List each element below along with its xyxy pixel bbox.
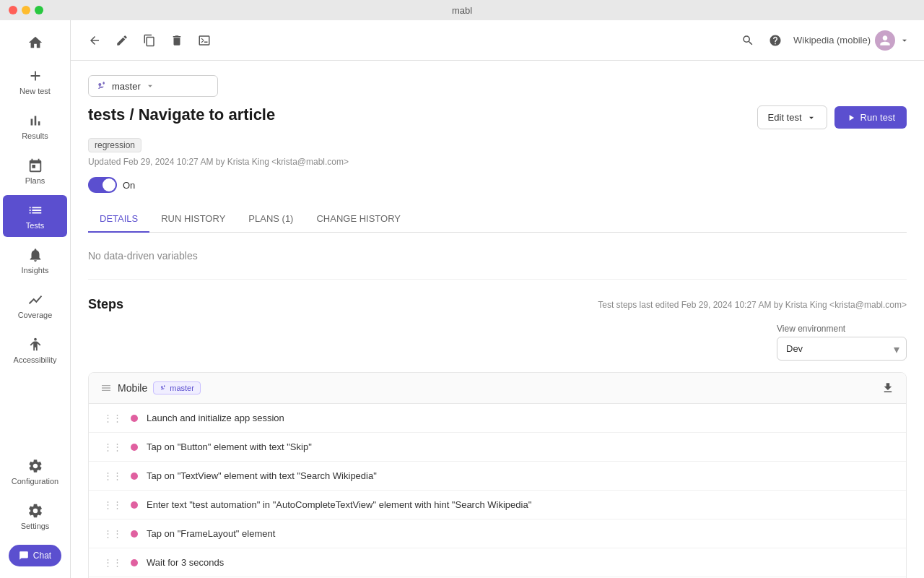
sidebar-item-tests[interactable]: Tests (3, 195, 67, 237)
sidebar-item-label-configuration: Configuration (12, 477, 58, 486)
step-text-5: Tap on "FrameLayout" element (147, 528, 892, 539)
step-dot-4 (131, 501, 138, 509)
steps-group-header: Mobile master (89, 373, 906, 404)
step-dot-3 (131, 473, 138, 480)
calendar-icon (27, 158, 43, 173)
step-row: ⋮⋮ Tap on "Button" element with text "Sk… (89, 433, 906, 462)
drag-icon-6[interactable]: ⋮⋮ (103, 557, 122, 568)
step-text-4: Enter text "test automation" in "AutoCom… (147, 499, 892, 510)
header-actions: Edit test Run test (757, 105, 907, 129)
search-button[interactable] (738, 31, 757, 50)
run-test-button[interactable]: Run test (834, 106, 907, 129)
no-data-message: No data-driven variables (88, 233, 907, 280)
delete-button[interactable] (167, 31, 186, 50)
step-dot-6 (131, 559, 138, 566)
tab-change-history[interactable]: CHANGE HISTORY (305, 206, 412, 233)
download-icon[interactable] (881, 381, 894, 394)
step-text-3: Tap on "TextView" element with text "Sea… (147, 470, 892, 481)
tabs: DETAILS RUN HISTORY PLANS (1) CHANGE HIS… (88, 206, 907, 233)
person-icon (27, 337, 43, 353)
step-dot-5 (131, 530, 138, 538)
sidebar-item-label-accessibility: Accessibility (14, 355, 57, 364)
drag-icon-5[interactable]: ⋮⋮ (103, 528, 122, 539)
sidebar-item-settings[interactable]: Settings (3, 496, 67, 538)
step-dot-1 (131, 415, 138, 422)
trash-icon (170, 34, 183, 47)
home-icon (27, 35, 43, 51)
step-text-2: Tap on "Button" element with text "Skip" (147, 441, 892, 452)
close-button[interactable] (9, 6, 17, 14)
tab-details[interactable]: DETAILS (88, 206, 149, 233)
sidebar-item-label-results: Results (22, 131, 48, 140)
group-branch-badge: master (153, 381, 201, 394)
steps-header: Steps Test steps last edited Feb 29, 202… (88, 297, 907, 312)
group-branch-label: master (170, 384, 194, 392)
back-button[interactable] (85, 31, 104, 50)
sidebar-item-configuration[interactable]: Configuration (3, 451, 67, 493)
titlebar: mabl (0, 0, 924, 20)
drag-icon-4[interactable]: ⋮⋮ (103, 499, 122, 510)
pencil-icon (116, 34, 128, 47)
bell-icon (27, 247, 43, 263)
help-button[interactable] (766, 31, 785, 50)
run-test-label: Run test (860, 112, 895, 123)
sidebar-item-plans[interactable]: Plans (3, 150, 67, 192)
sidebar-item-label-insights: Insights (22, 266, 49, 275)
tab-run-history[interactable]: RUN HISTORY (149, 206, 237, 233)
back-icon (88, 34, 101, 47)
chat-icon (19, 551, 29, 561)
workspace-selector[interactable]: Wikipedia (mobile) (793, 30, 910, 51)
sidebar-item-results[interactable]: Results (3, 105, 67, 147)
page-header: tests / Navigate to article Edit test Ru… (88, 105, 907, 129)
branch-selector[interactable]: master (88, 75, 218, 97)
workspace-name: Wikipedia (mobile) (793, 35, 871, 46)
group-name: Mobile (118, 382, 147, 394)
config-icon (27, 458, 43, 474)
sidebar-item-coverage[interactable]: Coverage (3, 285, 67, 327)
branch-icon (96, 80, 108, 92)
branch-dropdown-icon (145, 81, 155, 91)
sidebar-item-new-test[interactable]: New test (3, 61, 67, 103)
edit-button[interactable] (113, 31, 131, 50)
minimize-button[interactable] (22, 6, 30, 14)
steps-title: Steps (88, 297, 123, 312)
sidebar-item-home[interactable] (3, 27, 67, 58)
avatar (875, 30, 895, 51)
help-icon (769, 34, 782, 47)
chat-label: Chat (33, 551, 51, 561)
maximize-button[interactable] (35, 6, 43, 14)
steps-container: Mobile master ⋮⋮ (88, 372, 907, 578)
sidebar-item-label-tests: Tests (26, 221, 45, 230)
sidebar-bottom: Chat (0, 539, 70, 578)
play-icon (846, 113, 856, 123)
status-toggle[interactable] (88, 177, 117, 193)
meta-updated: Updated Feb 29, 2024 10:27 AM by Krista … (88, 157, 907, 167)
topbar-left (85, 31, 214, 50)
terminal-icon (198, 34, 211, 47)
env-select[interactable]: Dev Staging Production (777, 337, 907, 361)
topbar-right: Wikipedia (mobile) (738, 30, 910, 51)
chat-button[interactable]: Chat (9, 545, 61, 566)
sidebar-item-accessibility[interactable]: Accessibility (3, 329, 67, 371)
plus-icon (27, 68, 43, 84)
env-selector-wrap: View environment Dev Staging Production (777, 324, 907, 361)
topbar: Wikipedia (mobile) (71, 20, 924, 61)
drag-icon-3[interactable]: ⋮⋮ (103, 470, 122, 481)
terminal-button[interactable] (195, 31, 214, 50)
toggle-row: On (88, 177, 907, 193)
tab-plans[interactable]: PLANS (1) (237, 206, 305, 233)
app-title: mabl (452, 5, 472, 16)
env-select-container: Dev Staging Production (777, 337, 907, 361)
bar-chart-icon (27, 113, 43, 129)
step-row: ⋮⋮ Tap on "TextView" element with text "… (89, 462, 906, 491)
drag-icon-1[interactable]: ⋮⋮ (103, 413, 122, 423)
env-label: View environment (777, 324, 907, 334)
branch-badge-icon (160, 384, 167, 392)
step-row: ⋮⋮ Tap on "FrameLayout" element (89, 519, 906, 548)
lines-icon[interactable] (100, 382, 112, 394)
sidebar-item-insights[interactable]: Insights (3, 240, 67, 282)
step-row: ⋮⋮ Launch and initialize app session (89, 404, 906, 433)
edit-test-button[interactable]: Edit test (757, 105, 827, 129)
drag-icon-2[interactable]: ⋮⋮ (103, 441, 122, 452)
copy-button[interactable] (140, 31, 159, 50)
